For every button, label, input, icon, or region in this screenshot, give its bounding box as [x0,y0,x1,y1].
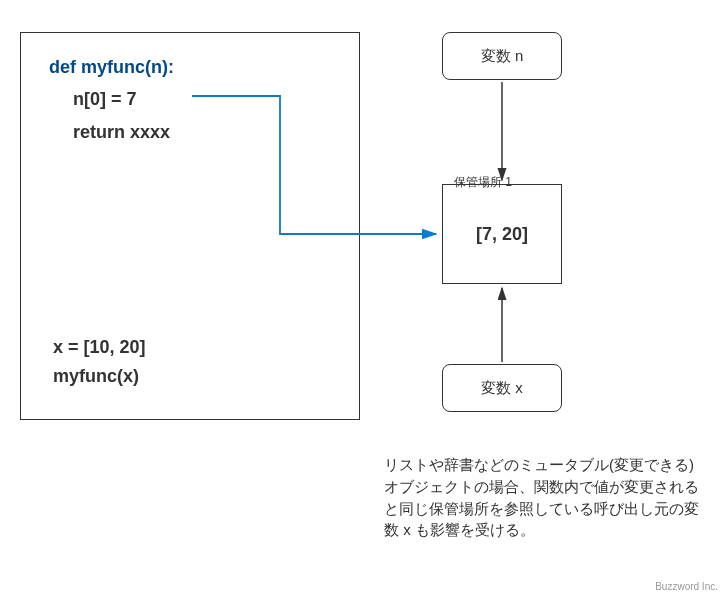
code-def-line: def myfunc(n): [49,57,331,78]
code-bottom-2: myfunc(x) [53,362,146,391]
storage-value: [7, 20] [476,224,528,245]
code-body-2: return xxxx [73,119,331,146]
code-bottom-1: x = [10, 20] [53,333,146,362]
var-x-label: 変数 x [481,379,523,398]
code-body-1: n[0] = 7 [73,86,331,113]
var-n-box: 変数 n [442,32,562,80]
storage-box: [7, 20] [442,184,562,284]
code-bottom: x = [10, 20] myfunc(x) [53,333,146,391]
var-n-label: 変数 n [481,47,524,66]
code-block: def myfunc(n): n[0] = 7 return xxxx x = … [20,32,360,420]
credit-text: Buzzword Inc. [655,581,718,592]
var-x-box: 変数 x [442,364,562,412]
explanation-text: リストや辞書などのミュータブル(変更できる)オブジェクトの場合、関数内で値が変更… [384,454,704,541]
